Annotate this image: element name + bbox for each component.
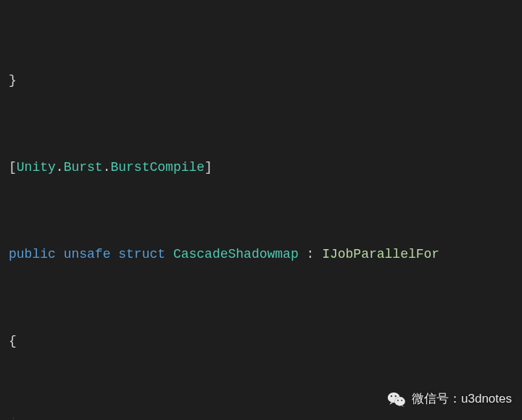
svg-point-7 — [401, 400, 402, 401]
svg-point-5 — [395, 395, 397, 397]
attr-namespace: Unity — [17, 160, 56, 175]
attr-name: BurstCompile — [110, 160, 204, 175]
watermark: 微信号：u3dnotes — [387, 388, 512, 410]
brace-close: } — [9, 73, 17, 88]
attr-namespace: Burst — [64, 160, 103, 175]
svg-point-4 — [391, 395, 392, 397]
watermark-label: 微信号：u3dnotes — [412, 388, 512, 410]
keyword: unsafe — [64, 247, 111, 261]
code-line: public unsafe struct CascadeShadowmap : … — [9, 243, 522, 265]
bracket-open: [ — [9, 160, 17, 175]
svg-point-3 — [394, 397, 405, 406]
wechat-icon — [387, 391, 406, 407]
struct-name: CascadeShadowmap — [173, 247, 299, 261]
code-line: public int resolution; — [9, 417, 522, 420]
interface-name: IJobParallelFor — [322, 247, 439, 261]
brace-open: { — [9, 334, 17, 348]
code-line: { — [9, 330, 522, 352]
code-line: [Unity.Burst.BurstCompile] — [9, 156, 522, 178]
bracket-close: ] — [204, 160, 212, 175]
keyword: public — [9, 247, 56, 261]
code-line: } — [9, 70, 522, 91]
code-editor: } [Unity.Burst.BurstCompile] public unsa… — [0, 0, 522, 420]
svg-point-6 — [397, 400, 399, 401]
keyword: struct — [118, 247, 165, 261]
